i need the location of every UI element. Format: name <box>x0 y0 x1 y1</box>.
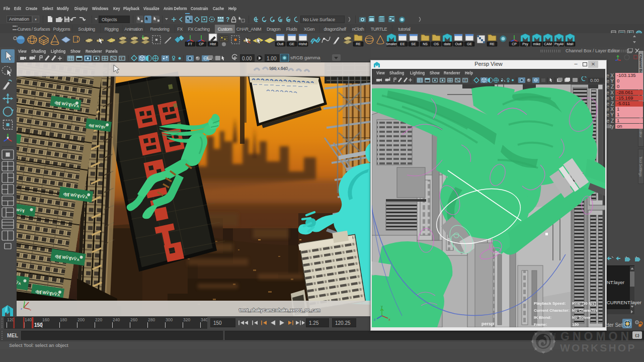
svg-text:RE: RE <box>490 42 495 46</box>
svg-text:x: x <box>30 308 31 311</box>
svg-text:persp: persp <box>481 321 494 326</box>
svg-text:Outl: Outl <box>455 42 462 46</box>
svg-text:320: 320 <box>183 317 190 322</box>
svg-text:T: T <box>120 56 123 61</box>
svg-text:?: ? <box>226 16 229 23</box>
svg-text:Smaller: Smaller <box>386 42 397 46</box>
svg-text:240: 240 <box>113 317 120 322</box>
svg-text:280: 280 <box>148 317 155 322</box>
svg-text:T: T <box>464 79 466 82</box>
svg-text:CP: CP <box>512 42 517 46</box>
svg-text:Real [30 fps]: Real [30 fps] <box>572 301 596 306</box>
svg-text:Hist: Hist <box>210 42 216 46</box>
svg-text:THE: THE <box>553 333 556 339</box>
svg-text:300: 300 <box>166 317 173 322</box>
svg-text:EE: EE <box>400 42 405 46</box>
svg-text:Current Character:: Current Character: <box>534 308 570 313</box>
svg-text:150: 150 <box>34 322 43 328</box>
svg-text:NS: NS <box>423 42 428 46</box>
svg-text:MalI: MalI <box>567 42 573 46</box>
svg-text:No Solver: No Solver <box>572 315 591 320</box>
svg-text:Psy: Psy <box>522 42 528 46</box>
svg-text:Playback Speed:: Playback Speed: <box>534 301 566 306</box>
svg-text:CP: CP <box>199 42 204 46</box>
svg-text:GNOMON: GNOMON <box>560 330 632 343</box>
svg-text:220: 220 <box>95 317 102 322</box>
svg-text:Outl: Outl <box>277 42 284 46</box>
svg-text:date: date <box>444 42 451 46</box>
svg-text:z: z <box>374 318 376 321</box>
svg-text:No Character: No Character <box>572 308 597 313</box>
svg-text:0.00: 0.00 <box>590 78 599 83</box>
svg-text:140: 140 <box>25 317 32 322</box>
svg-text:200: 200 <box>77 317 85 322</box>
svg-text:IK Blend:: IK Blend: <box>534 315 551 320</box>
svg-text:y: y <box>381 305 383 309</box>
svg-text:y: y <box>24 299 25 302</box>
svg-text:120: 120 <box>7 317 14 322</box>
svg-text:GE: GE <box>289 42 294 46</box>
svg-text:Hshd: Hshd <box>299 42 307 46</box>
svg-text:SE: SE <box>411 42 416 46</box>
svg-text:mike: mike <box>533 42 541 46</box>
svg-text:260: 260 <box>130 317 137 322</box>
svg-text:PsyAll: PsyAll <box>554 42 564 46</box>
svg-text:WORKSHOP: WORKSHOP <box>560 342 636 353</box>
svg-text:CAM: CAM <box>544 42 552 46</box>
svg-text:OS: OS <box>434 42 439 46</box>
svg-text:GE: GE <box>467 42 472 46</box>
svg-text:960 x 540: 960 x 540 <box>269 66 288 71</box>
svg-text:150: 150 <box>572 322 579 327</box>
svg-text:160: 160 <box>42 317 49 322</box>
svg-text:z: z <box>21 307 22 310</box>
svg-text:RE: RE <box>356 42 361 46</box>
svg-text:340: 340 <box>201 317 207 322</box>
svg-text:tmnt_shakyCam2:shake_xx001_00_: tmnt_shakyCam2:shake_xx001_00_cam <box>239 308 320 313</box>
svg-text:FT: FT <box>188 42 193 46</box>
svg-text:Frame:: Frame: <box>534 322 547 327</box>
svg-text:x: x <box>388 318 390 321</box>
svg-text:180: 180 <box>60 317 67 322</box>
